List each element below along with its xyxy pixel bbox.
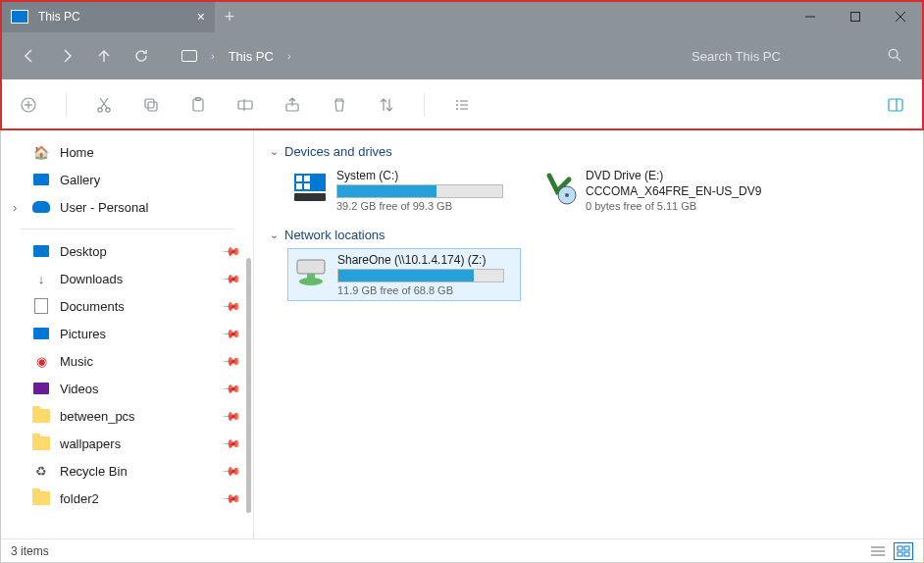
paste-button[interactable]	[188, 95, 208, 115]
scrollbar[interactable]	[246, 258, 251, 513]
maximize-button[interactable]	[833, 1, 878, 32]
refresh-button[interactable]	[123, 38, 160, 74]
folder-icon	[32, 491, 50, 505]
delete-button[interactable]	[330, 95, 349, 115]
drive-name: DVD Drive (E:)	[586, 169, 766, 182]
sidebar-item-label: Videos	[60, 382, 99, 396]
drive-name: System (C:)	[336, 169, 517, 182]
pin-icon: 📌	[222, 324, 242, 344]
drive-free-text: 11.9 GB free of 68.8 GB	[337, 284, 516, 296]
sidebar-item-wallpapers[interactable]: wallpapers📌	[1, 430, 253, 457]
folder-icon	[32, 409, 50, 423]
svg-line-11	[101, 98, 108, 108]
sidebar-item-user---personal[interactable]: User - Personal	[1, 193, 253, 221]
drive-item[interactable]: DVD Drive (E:)CCCOMA_X64FRE_EN-US_DV90 b…	[537, 165, 770, 216]
view-button[interactable]	[452, 95, 472, 115]
separator	[66, 93, 67, 117]
back-button[interactable]	[11, 38, 48, 74]
sidebar-item-between_pcs[interactable]: between_pcs📌	[1, 402, 253, 430]
monitor-icon	[181, 50, 197, 62]
svg-point-20	[456, 100, 458, 102]
up-button[interactable]	[85, 38, 123, 74]
drive-icon	[292, 253, 330, 290]
search-placeholder: Search This PC	[692, 49, 781, 64]
copy-button[interactable]	[141, 95, 161, 115]
tab-close-icon[interactable]: ×	[197, 9, 205, 25]
group-network-header[interactable]: ⌄ Network locations	[270, 228, 907, 242]
chevron-down-icon: ⌄	[270, 145, 279, 158]
search-box[interactable]: Search This PC	[680, 40, 913, 72]
chevron-right-icon[interactable]: ›	[211, 50, 215, 62]
sidebar-item-videos[interactable]: Videos📌	[1, 375, 253, 402]
details-view-button[interactable]	[868, 542, 888, 560]
video-icon	[33, 383, 49, 394]
breadcrumb-this-pc[interactable]: This PC	[229, 49, 274, 64]
svg-rect-33	[294, 193, 326, 201]
drive-icon	[291, 169, 329, 206]
search-icon[interactable]	[888, 48, 901, 65]
sidebar-item-documents[interactable]: Documents📌	[1, 292, 253, 320]
command-bar	[1, 79, 923, 130]
forward-button[interactable]	[48, 38, 85, 74]
folder-icon	[32, 436, 50, 450]
svg-rect-14	[148, 102, 157, 111]
close-button[interactable]	[878, 1, 923, 32]
sidebar-item-recycle-bin[interactable]: ♻Recycle Bin📌	[1, 457, 253, 485]
svg-rect-26	[889, 99, 902, 111]
svg-point-24	[456, 108, 458, 110]
minimize-button[interactable]	[788, 1, 833, 32]
svg-point-22	[456, 104, 458, 106]
sidebar-item-music[interactable]: ◉Music📌	[1, 347, 253, 375]
share-button[interactable]	[282, 95, 302, 115]
sidebar-item-gallery[interactable]: Gallery	[1, 166, 253, 193]
nav-bar: › This PC › Search This PC	[1, 32, 923, 79]
sidebar-item-pictures[interactable]: Pictures📌	[1, 320, 253, 347]
svg-rect-43	[904, 546, 909, 550]
drive-icon	[540, 169, 578, 206]
svg-point-35	[565, 193, 569, 197]
rename-button[interactable]	[235, 95, 255, 115]
chevron-down-icon: ⌄	[270, 229, 279, 241]
this-pc-icon	[11, 10, 28, 24]
sidebar-item-downloads[interactable]: ↓Downloads📌	[1, 265, 253, 292]
address-bar[interactable]: › This PC ›	[181, 49, 291, 64]
svg-rect-13	[145, 99, 154, 108]
pin-icon: 📌	[222, 488, 242, 509]
pin-icon: 📌	[222, 406, 242, 427]
tab-this-pc[interactable]: This PC ×	[1, 1, 215, 32]
sidebar-item-label: Desktop	[60, 244, 107, 259]
chevron-right-icon[interactable]: ›	[287, 50, 291, 62]
sidebar-item-desktop[interactable]: Desktop📌	[1, 237, 253, 265]
svg-rect-29	[296, 176, 302, 181]
sort-button[interactable]	[377, 95, 396, 115]
svg-line-12	[100, 98, 107, 108]
svg-rect-31	[296, 183, 302, 189]
drive-item[interactable]: System (C:)39.2 GB free of 99.3 GB	[287, 165, 521, 216]
separator	[424, 93, 425, 117]
cut-button[interactable]	[94, 95, 114, 115]
drive-item[interactable]: ShareOne (\\10.1.4.174) (Z:)11.9 GB free…	[287, 248, 521, 301]
group-devices-header[interactable]: ⌄ Devices and drives	[270, 144, 907, 159]
download-icon: ↓	[38, 272, 45, 286]
new-button[interactable]	[19, 95, 38, 115]
drive-name: ShareOne (\\10.1.4.174) (Z:)	[337, 253, 516, 267]
sidebar-item-label: Recycle Bin	[60, 464, 128, 479]
new-tab-button[interactable]: +	[215, 7, 244, 27]
music-icon: ◉	[36, 354, 47, 369]
sidebar-item-label: between_pcs	[60, 409, 135, 424]
tab-title: This PC	[38, 10, 80, 24]
drive-free-text: 39.2 GB free of 99.3 GB	[336, 200, 517, 212]
sidebar-item-folder2[interactable]: folder2📌	[1, 485, 253, 512]
desktop-icon	[33, 245, 49, 257]
sidebar-item-home[interactable]: 🏠Home	[1, 138, 253, 166]
separator	[21, 229, 233, 230]
svg-rect-38	[307, 274, 315, 280]
window-controls	[788, 1, 923, 32]
recycle-icon: ♻	[35, 464, 47, 479]
details-pane-button[interactable]	[886, 95, 905, 115]
drive-free-text: 0 bytes free of 5.11 GB	[586, 200, 766, 212]
capacity-bar	[336, 184, 503, 198]
tiles-view-button[interactable]	[894, 542, 913, 560]
sidebar-item-label: Music	[60, 354, 93, 369]
status-bar: 3 items	[1, 538, 923, 562]
